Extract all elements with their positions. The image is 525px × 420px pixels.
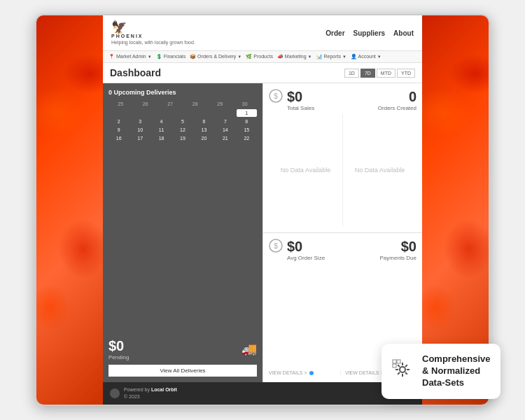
total-sales-label: Total Sales	[287, 105, 314, 111]
cal-cell	[151, 109, 172, 117]
cal-cell: 4	[151, 118, 172, 125]
nav-about[interactable]: About	[393, 29, 414, 37]
cal-cell: 28	[183, 100, 208, 108]
svg-line-11	[405, 365, 407, 367]
cal-cell: 7	[215, 118, 235, 125]
site-header: 🦅 PHOENIX Helping locals, with locally g…	[103, 15, 422, 51]
cal-prev-row: 25 26 27 28 29 30	[108, 100, 257, 108]
svg-text:$: $	[274, 242, 278, 250]
dashboard: Dashboard 1D 7D MTD YTD 0 Upcoming Deliv…	[103, 63, 422, 382]
subnav-orders-delivery[interactable]: 📦 Orders & Delivery ▼	[190, 54, 241, 59]
phoenix-logo-icon: 🦅	[111, 21, 127, 34]
chevron-down-icon: ▼	[308, 55, 312, 59]
cal-cell: 14	[215, 126, 235, 134]
footer-year: © 2023	[124, 393, 177, 400]
nav-suppliers[interactable]: Suppliers	[354, 29, 386, 37]
orders-created-value: 0	[378, 89, 416, 105]
subnav-market-admin[interactable]: 📍 Market Admin ▼	[108, 54, 152, 59]
svg-rect-14	[397, 360, 400, 363]
svg-rect-15	[393, 364, 396, 368]
cal-cell	[194, 109, 214, 117]
svg-point-4	[400, 367, 405, 372]
reports-label: 📊 Reports	[316, 54, 341, 59]
filter-mtd[interactable]: MTD	[377, 69, 396, 78]
products-label: 🌿 Products	[246, 54, 273, 59]
dashboard-title: Dashboard	[110, 67, 161, 78]
cal-cell: 13	[194, 126, 214, 134]
subnav-marketing[interactable]: 📣 Marketing ▼	[277, 54, 312, 59]
subnav-reports[interactable]: 📊 Reports ▼	[316, 54, 346, 59]
chevron-down-icon: ▼	[237, 55, 241, 59]
cal-cell: 8	[237, 118, 257, 125]
cal-cell: 12	[172, 126, 192, 134]
avg-order-view-details[interactable]: VIEW DETAILS >	[269, 370, 340, 375]
payments-due-value: $0	[380, 239, 416, 255]
market-admin-label: 📍 Market Admin	[108, 54, 146, 59]
time-filters: 1D 7D MTD YTD	[344, 69, 415, 78]
cal-grid: 1 2 3 4 5 6 7 8 9 10 11 12 13	[108, 109, 257, 142]
card-text-line2: & Normalized	[422, 365, 491, 377]
card-text-line3: Data-Sets	[422, 377, 491, 389]
payments-due-label: Payments Due	[380, 255, 416, 261]
pending-label: Pending	[108, 354, 129, 360]
cal-cell: 29	[208, 100, 232, 108]
bottom-stats-header: $ $0 Avg Order Size $0 Payments Due	[269, 239, 416, 261]
delivery-panel: 0 Upcoming Deliveries 25 26 27 28 29 30	[103, 83, 262, 382]
cal-today: 1	[237, 109, 257, 117]
feature-card: Comprehensive & Normalized Data-Sets	[382, 344, 500, 399]
subnav-products[interactable]: 🌿 Products	[246, 54, 273, 59]
orders-delivery-label: 📦 Orders & Delivery	[190, 54, 236, 59]
total-sales-no-data: No Data Available	[281, 167, 330, 174]
svg-rect-13	[393, 360, 396, 363]
app-footer: Powered by Local Orbit © 2023	[103, 382, 422, 405]
cal-cell: 18	[151, 134, 172, 142]
cal-cell: 21	[215, 134, 235, 142]
sub-navigation: 📍 Market Admin ▼ 💲 Financials 📦 Orders &…	[103, 51, 422, 63]
total-sales-value: $0	[287, 89, 314, 105]
bg-left-tomato	[36, 15, 103, 405]
logo-area: 🦅 PHOENIX Helping locals, with locally g…	[111, 21, 195, 45]
cal-cell: 17	[130, 134, 150, 142]
cal-cell: 16	[108, 134, 129, 142]
card-text: Comprehensive & Normalized Data-Sets	[422, 354, 491, 389]
nav-order[interactable]: Order	[326, 29, 344, 37]
chevron-down-icon: ▼	[148, 55, 152, 59]
payments-due-values: $0 Payments Due	[380, 239, 416, 261]
subnav-financials[interactable]: 💲 Financials	[156, 54, 186, 59]
total-sales-values: $0 Total Sales	[287, 89, 314, 111]
cal-cell	[215, 109, 235, 117]
main-content: 🦅 PHOENIX Helping locals, with locally g…	[103, 15, 422, 405]
subnav-account[interactable]: 👤 Account ▼	[351, 54, 382, 59]
filter-7d[interactable]: 7D	[360, 69, 375, 78]
blue-dot-indicator	[309, 371, 314, 375]
card-icon-area	[391, 358, 414, 385]
svg-line-10	[405, 372, 407, 374]
tagline: Helping locals, with locally grown food.	[111, 40, 195, 45]
cal-cell: 2	[108, 118, 129, 125]
cal-cell	[130, 109, 150, 117]
cal-cell	[172, 109, 192, 117]
avg-order-icon: $	[269, 239, 283, 255]
total-sales-panel: $ $0 Total Sales 0 Orders Created	[262, 83, 422, 233]
filter-1d[interactable]: 1D	[344, 69, 359, 78]
avg-order-values: $0 Avg Order Size	[287, 239, 325, 261]
filter-ytd[interactable]: YTD	[397, 69, 415, 78]
cal-cell: 5	[172, 118, 192, 125]
pending-amount-block: $0 Pending	[108, 338, 129, 360]
footer-powered-by: Powered by Local Orbit	[124, 386, 177, 393]
cal-cell	[108, 109, 129, 117]
financials-label: 💲 Financials	[156, 54, 186, 59]
view-all-deliveries-button[interactable]: View All Deliveries	[108, 365, 257, 377]
dashboard-header: Dashboard 1D 7D MTD YTD	[103, 63, 422, 83]
card-text-line1: Comprehensive	[422, 354, 491, 365]
account-label: 👤 Account	[351, 54, 376, 59]
footer-text: Powered by Local Orbit © 2023	[124, 386, 177, 400]
chevron-down-icon: ▼	[342, 55, 346, 59]
total-sales-header: $ $0 Total Sales 0 Orders Created	[269, 89, 416, 111]
cal-cell: 20	[194, 134, 214, 142]
logo-text: PHOENIX	[111, 34, 144, 38]
svg-line-9	[398, 365, 400, 367]
orders-created-values: 0 Orders Created	[378, 89, 416, 111]
nav-links: Order Suppliers About	[326, 29, 414, 37]
cal-cell: 11	[151, 126, 172, 134]
